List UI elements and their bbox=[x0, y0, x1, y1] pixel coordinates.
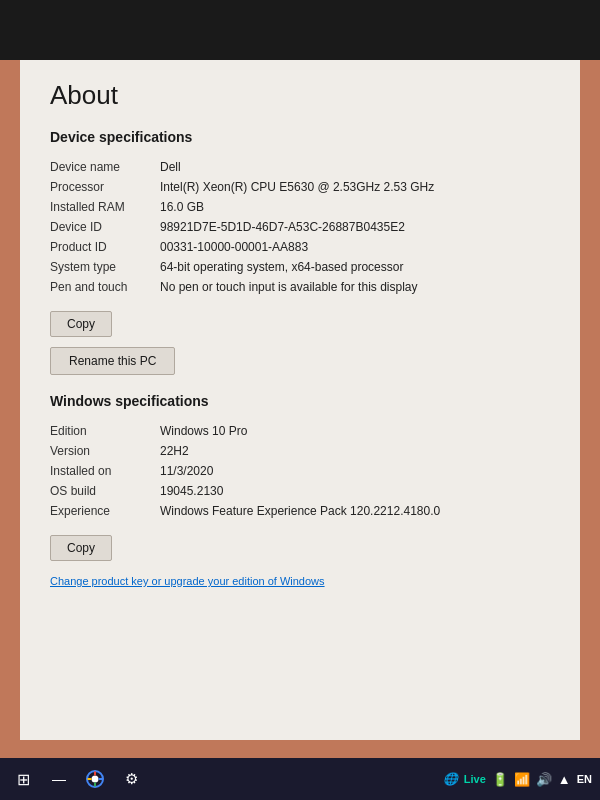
table-row: Installed on 11/3/2020 bbox=[50, 461, 550, 481]
table-row: Device ID 98921D7E-5D1D-46D7-A53C-26887B… bbox=[50, 217, 550, 237]
taskbar-left: ⊞ — ⚙ bbox=[8, 764, 146, 794]
taskbar-wifi-brand: 🌐 Live bbox=[443, 772, 485, 786]
spec-value: 11/3/2020 bbox=[160, 461, 550, 481]
spec-value: 19045.2130 bbox=[160, 481, 550, 501]
rename-pc-button[interactable]: Rename this PC bbox=[50, 347, 175, 375]
spec-label: Installed RAM bbox=[50, 197, 160, 217]
taskbar-network-icon: 📶 bbox=[514, 772, 530, 787]
spec-value: Intel(R) Xeon(R) CPU E5630 @ 2.53GHz 2.5… bbox=[160, 177, 550, 197]
table-row: Processor Intel(R) Xeon(R) CPU E5630 @ 2… bbox=[50, 177, 550, 197]
copy-windows-button[interactable]: Copy bbox=[50, 535, 112, 561]
spec-label: Pen and touch bbox=[50, 277, 160, 297]
table-row: Device name Dell bbox=[50, 157, 550, 177]
table-row: OS build 19045.2130 bbox=[50, 481, 550, 501]
spec-label: Installed on bbox=[50, 461, 160, 481]
spec-value: Windows Feature Experience Pack 120.2212… bbox=[160, 501, 550, 521]
taskbar-arrow-icon[interactable]: ▲ bbox=[558, 772, 571, 787]
spec-value: 98921D7E-5D1D-46D7-A53C-26887B0435E2 bbox=[160, 217, 550, 237]
copy-device-button[interactable]: Copy bbox=[50, 311, 112, 337]
spec-label: Device name bbox=[50, 157, 160, 177]
live-label: Live bbox=[464, 773, 486, 785]
spec-value: 00331-10000-00001-AA883 bbox=[160, 237, 550, 257]
spec-label: Device ID bbox=[50, 217, 160, 237]
taskbar-speaker-icon: 🔊 bbox=[536, 772, 552, 787]
top-bar bbox=[0, 0, 600, 60]
language-indicator: EN bbox=[577, 773, 592, 785]
spec-label: OS build bbox=[50, 481, 160, 501]
device-specs-title: Device specifications bbox=[50, 129, 550, 145]
table-row: Pen and touch No pen or touch input is a… bbox=[50, 277, 550, 297]
taskbar-battery-icon: 🔋 bbox=[492, 772, 508, 787]
taskbar: ⊞ — ⚙ 🌐 Live 🔋 📶 🔊 ▲ EN bbox=[0, 758, 600, 800]
spec-value: Windows 10 Pro bbox=[160, 421, 550, 441]
table-row: System type 64-bit operating system, x64… bbox=[50, 257, 550, 277]
spec-label: Experience bbox=[50, 501, 160, 521]
taskbar-settings-icon[interactable]: ⚙ bbox=[116, 764, 146, 794]
table-row: Product ID 00331-10000-00001-AA883 bbox=[50, 237, 550, 257]
spec-value: 64-bit operating system, x64-based proce… bbox=[160, 257, 550, 277]
table-row: Experience Windows Feature Experience Pa… bbox=[50, 501, 550, 521]
windows-specs-title: Windows specifications bbox=[50, 393, 550, 409]
spec-value: 16.0 GB bbox=[160, 197, 550, 217]
windows-icon[interactable]: ⊞ bbox=[8, 764, 38, 794]
change-product-key-link[interactable]: Change product key or upgrade your editi… bbox=[50, 575, 550, 587]
page-title: About bbox=[50, 80, 550, 111]
spec-value: Dell bbox=[160, 157, 550, 177]
taskbar-chrome-icon[interactable] bbox=[80, 764, 110, 794]
device-specs-table: Device name Dell Processor Intel(R) Xeon… bbox=[50, 157, 550, 297]
taskbar-search-icon[interactable]: — bbox=[44, 764, 74, 794]
windows-specs-table: Edition Windows 10 Pro Version 22H2 Inst… bbox=[50, 421, 550, 521]
spec-label: Processor bbox=[50, 177, 160, 197]
spec-value: No pen or touch input is available for t… bbox=[160, 277, 550, 297]
taskbar-right: 🌐 Live 🔋 📶 🔊 ▲ EN bbox=[443, 772, 592, 787]
table-row: Edition Windows 10 Pro bbox=[50, 421, 550, 441]
table-row: Installed RAM 16.0 GB bbox=[50, 197, 550, 217]
spec-label: Product ID bbox=[50, 237, 160, 257]
spec-label: Edition bbox=[50, 421, 160, 441]
main-content: About Device specifications Device name … bbox=[20, 60, 580, 740]
svg-point-1 bbox=[92, 776, 99, 783]
spec-value: 22H2 bbox=[160, 441, 550, 461]
table-row: Version 22H2 bbox=[50, 441, 550, 461]
spec-label: Version bbox=[50, 441, 160, 461]
spec-label: System type bbox=[50, 257, 160, 277]
